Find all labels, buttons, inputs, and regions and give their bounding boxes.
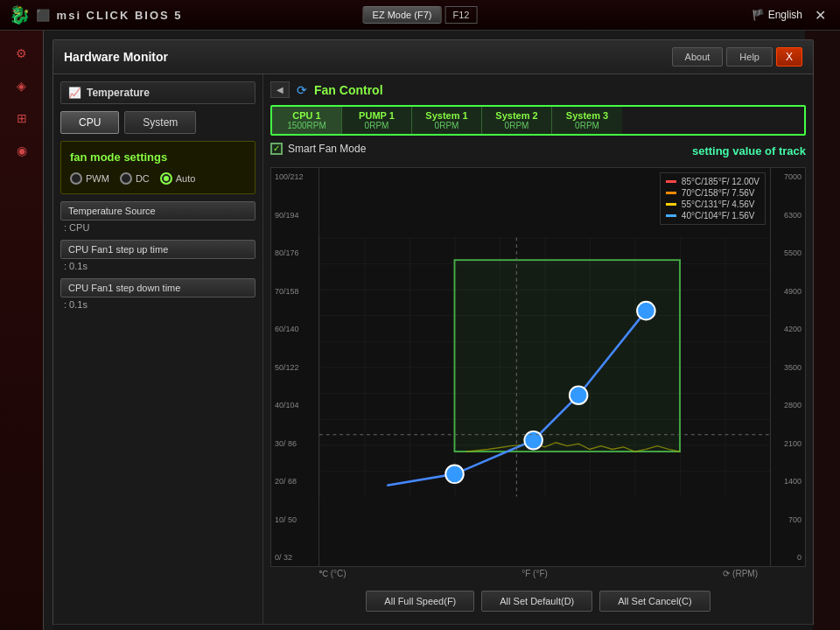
y-label-1: 90/194	[275, 211, 315, 220]
chart-header-right: setting value of track	[692, 143, 806, 158]
sidebar-icon-3[interactable]: ⊞	[4, 104, 39, 132]
fan-tabs: CPU 1 1500RPM PUMP 1 0RPM System 1 0RPM …	[270, 105, 806, 136]
msi-dragon-icon: 🐉	[9, 4, 31, 25]
rpm-label-0: 7000	[774, 172, 802, 181]
chart-y-right: 7000 6300 5500 4900 4200 3500 2800 2100 …	[770, 168, 805, 566]
smart-fan-row: ✓ Smart Fan Mode	[270, 143, 366, 155]
fan-mode-title: fan mode settings	[70, 150, 246, 164]
rpm-label-10: 0	[774, 553, 802, 562]
dialog-content: 📈 Temperature CPU System fan mode settin…	[53, 74, 813, 624]
rpm-label-4: 4200	[774, 325, 802, 333]
cpu-fan1-step-down-value: : 0.1s	[60, 299, 256, 310]
cpu-fan1-step-up-button[interactable]: CPU Fan1 step up time	[60, 240, 256, 259]
y-label-0: 100/212	[275, 172, 315, 181]
all-full-speed-button[interactable]: All Full Speed(F)	[366, 591, 474, 612]
rpm-label-1: 6300	[774, 211, 802, 220]
rpm-label-6: 2800	[774, 401, 802, 410]
x-label-celsius: ℃ (°C)	[318, 569, 346, 578]
legend-color-1	[666, 180, 676, 183]
temperature-icon: 📈	[68, 87, 81, 99]
fan-tab-system3[interactable]: System 3 0RPM	[552, 107, 622, 134]
all-set-cancel-button[interactable]: All Set Cancel(C)	[599, 591, 710, 612]
y-label-4: 60/140	[275, 325, 315, 333]
top-bar-right: 🏴 English ✕	[752, 5, 831, 25]
smart-fan-checkbox[interactable]: ✓	[270, 143, 283, 155]
fan-tab-system3-name: System 3	[566, 110, 608, 121]
chart-container: 100/212 90/194 80/176 70/158 60/140 50/1…	[270, 167, 806, 567]
legend-text-1: 85°C/185°F/ 12.00V	[682, 177, 760, 186]
fan-tab-system2[interactable]: System 2 0RPM	[482, 107, 552, 134]
temperature-source-button[interactable]: Temperature Source	[60, 201, 256, 220]
flag-icon: 🏴	[752, 9, 765, 21]
cpu-fan1-step-up-value: : 0.1s	[60, 261, 256, 271]
y-label-5: 50/122	[275, 363, 315, 372]
svg-point-4	[524, 431, 542, 450]
main-window: Hardware Monitor About Help X 📈 Temperat…	[44, 31, 805, 630]
about-button[interactable]: About	[672, 47, 724, 66]
left-panel: 📈 Temperature CPU System fan mode settin…	[53, 74, 263, 624]
fan-tab-cpu1[interactable]: CPU 1 1500RPM	[272, 107, 342, 134]
dialog-close-button[interactable]: X	[776, 47, 802, 66]
svg-point-3	[445, 466, 464, 484]
sidebar-icon-1[interactable]: ⚙	[4, 39, 39, 67]
y-label-3: 70/158	[275, 287, 315, 296]
y-label-10: 0/ 32	[275, 553, 315, 562]
bottom-monitoring-area: CPU 46°C/114°F System 38°C/100°F Voltage…	[53, 624, 813, 630]
fan-curve-chart[interactable]	[319, 168, 770, 566]
y-label-2: 80/176	[275, 248, 315, 257]
top-bar-center: EZ Mode (F7) F12	[363, 6, 478, 24]
fan-tab-system1-rpm: 0RPM	[435, 121, 459, 130]
help-button[interactable]: Help	[726, 47, 773, 66]
legend-item-1: 85°C/185°F/ 12.00V	[666, 177, 760, 186]
cpu-temp-button[interactable]: CPU	[60, 111, 119, 134]
x-label-rpm: ⟳ (RPM)	[723, 569, 758, 578]
sidebar-icon-4[interactable]: ◉	[4, 136, 39, 164]
pwm-radio[interactable]: PWM	[70, 172, 109, 185]
chart-main[interactable]: 85°C/185°F/ 12.00V 70°C/158°F/ 7.56V 55°…	[319, 168, 770, 566]
fan-mode-radio-group: PWM DC Auto	[70, 172, 246, 185]
auto-label: Auto	[176, 173, 196, 184]
dialog-title-buttons: About Help X	[672, 47, 802, 66]
fan-tab-pump1[interactable]: PUMP 1 0RPM	[342, 107, 412, 134]
all-set-default-button[interactable]: All Set Default(D)	[481, 591, 592, 612]
legend-text-3: 55°C/131°F/ 4.56V	[682, 200, 755, 209]
checkmark-icon: ✓	[273, 144, 280, 153]
y-label-9: 10/ 50	[275, 515, 315, 524]
top-close-button[interactable]: ✕	[809, 5, 831, 25]
auto-radio[interactable]: Auto	[160, 172, 196, 185]
fan-tab-system1[interactable]: System 1 0RPM	[412, 107, 482, 134]
fan-control-title: Fan Control	[314, 83, 383, 97]
cpu-fan1-step-up-setting: CPU Fan1 step up time : 0.1s	[60, 240, 256, 271]
cpu-fan1-step-down-button[interactable]: CPU Fan1 step down time	[60, 278, 256, 298]
hardware-monitor-dialog: Hardware Monitor About Help X 📈 Temperat…	[52, 39, 814, 626]
msi-logo: 🐉 ⬛ msi CLICK BIOS 5	[9, 4, 183, 25]
fan-mode-settings-box: fan mode settings PWM DC Auto	[60, 141, 256, 194]
svg-point-5	[570, 386, 588, 404]
f12-button[interactable]: F12	[444, 6, 477, 24]
auto-radio-circle	[160, 172, 172, 185]
language-label: English	[768, 9, 802, 21]
legend-text-4: 40°C/104°F/ 1.56V	[682, 211, 755, 220]
ez-mode-button[interactable]: EZ Mode (F7)	[363, 6, 442, 24]
fan-tab-cpu1-name: CPU 1	[292, 110, 320, 121]
dc-radio[interactable]: DC	[120, 172, 150, 185]
fan-tab-system2-name: System 2	[495, 110, 537, 121]
dc-radio-circle	[120, 172, 132, 185]
bios-title: ⬛ msi CLICK BIOS 5	[36, 9, 183, 22]
svg-rect-2	[455, 260, 681, 452]
legend-item-3: 55°C/131°F/ 4.56V	[666, 200, 760, 209]
dc-label: DC	[136, 173, 150, 184]
fan-arrow-left-button[interactable]: ◀	[270, 81, 290, 98]
left-sidebar: ⚙ ◈ ⊞ ◉	[0, 31, 44, 630]
svg-point-6	[637, 302, 655, 320]
language-button[interactable]: 🏴 English	[752, 9, 802, 21]
system-temp-button[interactable]: System	[124, 111, 196, 134]
dialog-title-bar: Hardware Monitor About Help X	[53, 40, 813, 74]
sidebar-icon-2[interactable]: ◈	[4, 72, 39, 100]
top-bar: 🐉 ⬛ msi CLICK BIOS 5 EZ Mode (F7) F12 🏴 …	[0, 0, 840, 31]
rpm-label-2: 5500	[774, 248, 802, 257]
fan-tab-system1-name: System 1	[425, 110, 467, 121]
smart-fan-label: Smart Fan Mode	[288, 143, 366, 155]
y-label-7: 30/ 86	[275, 439, 315, 448]
rpm-label-9: 700	[774, 515, 802, 524]
